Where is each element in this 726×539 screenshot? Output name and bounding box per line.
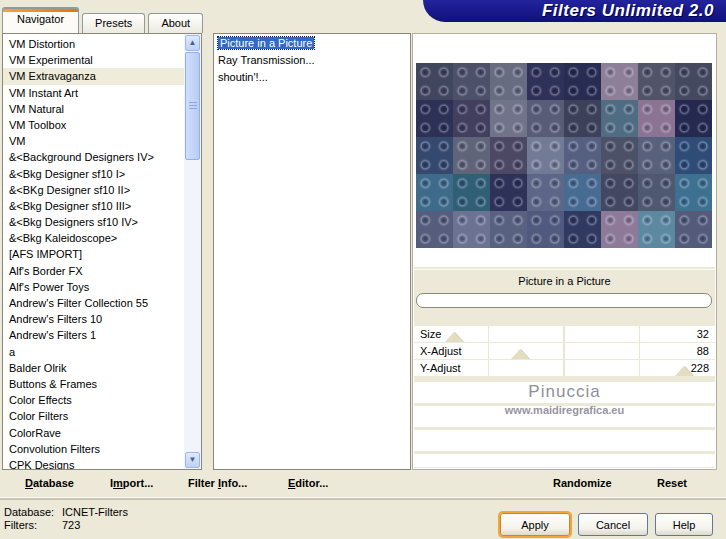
scroll-up-icon: ▲ [189, 38, 197, 47]
reset-button[interactable]: Reset [657, 477, 687, 489]
slider-value: 32 [697, 326, 709, 342]
preview-tile [601, 63, 638, 100]
preview-tile [675, 63, 712, 100]
preview-tile [527, 63, 564, 100]
randomize-button[interactable]: Randomize [553, 477, 612, 489]
selected-filter-title: Picture in a Picture [414, 269, 715, 292]
preview-tile [453, 174, 490, 211]
scroll-up-button[interactable]: ▲ [185, 35, 200, 51]
category-item[interactable]: &<Bkg Designer sf10 I> [3, 166, 184, 182]
import-button[interactable]: Import... [110, 477, 153, 489]
database-button[interactable]: Database [25, 477, 74, 489]
filter-item-selected[interactable]: Picture in a Picture [218, 37, 314, 49]
category-item[interactable]: &<Bkg Designer sf10 III> [3, 198, 184, 214]
category-item[interactable]: Alf's Border FX [3, 263, 184, 279]
preview-tile [638, 63, 675, 100]
preview-tile [490, 174, 527, 211]
slider-x-adjust[interactable]: X-Adjust88 [414, 343, 715, 359]
slider-value: 228 [691, 360, 709, 376]
preview-tile [527, 137, 564, 174]
category-item[interactable]: VM Extravaganza [3, 68, 184, 84]
preview-tile [638, 100, 675, 137]
category-item[interactable]: &<Bkg Kaleidoscope> [3, 230, 184, 246]
category-item[interactable]: Convolution Filters [3, 441, 184, 457]
preview-tile [490, 63, 527, 100]
preview-tile [564, 100, 601, 137]
status-row: Filters:723 [4, 519, 80, 532]
preview-tile [675, 174, 712, 211]
slider-thumb[interactable] [675, 366, 693, 376]
slider-y-adjust[interactable]: Y-Adjust228 [414, 360, 715, 376]
category-item[interactable]: &<Bkg Designers sf10 IV> [3, 214, 184, 230]
category-scrollbar[interactable]: ▲ ▼ [184, 34, 201, 469]
preview-tile [527, 174, 564, 211]
category-item[interactable]: VM Experimental [3, 52, 184, 68]
category-item[interactable]: Andrew's Filter Collection 55 [3, 295, 184, 311]
scroll-down-icon: ▼ [189, 455, 197, 464]
category-item[interactable]: Buttons & Frames [3, 376, 184, 392]
filter-item[interactable]: Ray Transmission... [214, 52, 410, 68]
category-item[interactable]: Color Effects [3, 392, 184, 408]
filter-item[interactable]: shoutin'!... [214, 69, 410, 85]
category-item[interactable]: [AFS IMPORT] [3, 246, 184, 262]
preview-tile [416, 211, 453, 248]
scroll-down-button[interactable]: ▼ [185, 452, 200, 468]
filters-unlimited-window: NavigatorPresetsAbout Filters Unlimited … [0, 0, 726, 539]
category-item[interactable]: Alf's Power Toys [3, 279, 184, 295]
filter-list: Picture in a PictureRay Transmission...s… [213, 33, 411, 470]
apply-button[interactable]: Apply [500, 513, 570, 536]
scrollbar-grip-icon [189, 102, 197, 110]
cancel-button[interactable]: Cancel [578, 513, 648, 536]
empty-parameter-row [414, 406, 715, 427]
category-item[interactable]: &<Background Designers IV> [3, 149, 184, 165]
preview-tile [490, 211, 527, 248]
preview-tile [638, 174, 675, 211]
category-item[interactable]: Color Filters [3, 408, 184, 424]
editor-button[interactable]: Editor... [288, 477, 328, 489]
title-banner: Filters Unlimited 2.0 [423, 0, 726, 22]
empty-parameter-row [414, 454, 715, 467]
preview-tile [490, 100, 527, 137]
category-item[interactable]: VM Natural [3, 101, 184, 117]
slider-thumb[interactable] [445, 332, 463, 342]
category-items: VM DistortionVM ExperimentalVM Extravaga… [3, 36, 184, 469]
preview-tile [675, 100, 712, 137]
action-bar: DatabaseImport...Filter Info...Editor...… [0, 470, 726, 498]
category-item[interactable]: Andrew's Filters 1 [3, 327, 184, 343]
category-item[interactable]: VM Distortion [3, 36, 184, 52]
preview-tile [564, 63, 601, 100]
preview-tile [601, 211, 638, 248]
slider-thumb[interactable] [511, 349, 529, 359]
tab-navigator[interactable]: Navigator [2, 7, 79, 33]
preview-tile [453, 100, 490, 137]
category-item[interactable]: &<BKg Designer sf10 II> [3, 182, 184, 198]
status-value: ICNET-Filters [62, 506, 128, 518]
help-button[interactable]: Help [655, 513, 713, 536]
tab-about[interactable]: About [148, 13, 203, 33]
tab-presets[interactable]: Presets [82, 13, 145, 33]
slider-label: Y-Adjust [420, 360, 461, 376]
category-item[interactable]: VM Toolbox [3, 117, 184, 133]
empty-parameter-row [414, 382, 715, 403]
preview-tile [490, 137, 527, 174]
preview-tile [416, 137, 453, 174]
preview-tile [564, 137, 601, 174]
progress-bar [416, 293, 712, 308]
filter-info-button[interactable]: Filter Info... [188, 477, 247, 489]
preview-tile [416, 100, 453, 137]
category-item[interactable]: ColorRave [3, 425, 184, 441]
filter-item[interactable]: Picture in a Picture [214, 35, 410, 51]
preview-tile [638, 211, 675, 248]
category-item[interactable]: a [3, 344, 184, 360]
category-item[interactable]: Andrew's Filters 10 [3, 311, 184, 327]
slider-label: X-Adjust [420, 343, 462, 359]
category-item[interactable]: VM [3, 133, 184, 149]
status-label: Database: [4, 506, 62, 519]
preview-image [416, 63, 712, 248]
category-item[interactable]: CPK Designs [3, 457, 184, 469]
scrollbar-thumb[interactable] [185, 52, 200, 160]
category-item[interactable]: VM Instant Art [3, 85, 184, 101]
category-item[interactable]: Balder Olrik [3, 360, 184, 376]
slider-size[interactable]: Size32 [414, 326, 715, 342]
preview-tile [601, 100, 638, 137]
